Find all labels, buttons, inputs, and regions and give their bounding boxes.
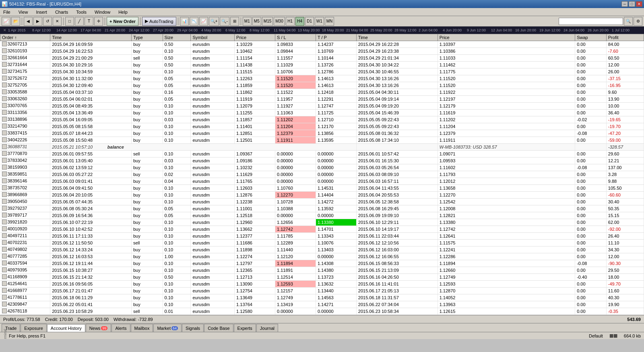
new-order-button[interactable]: + New Order xyxy=(107,17,138,26)
table-row[interactable]: 32752705 2015.04.30 12:09:40 buy 0.05 eu… xyxy=(0,82,644,89)
col-order[interactable]: Order ↑ xyxy=(0,34,50,41)
forward-button[interactable]: ▶ xyxy=(33,17,42,26)
search-button[interactable]: 🔍 xyxy=(624,17,633,26)
back-button[interactable]: ◀ xyxy=(24,17,33,26)
tab-alerts[interactable]: Alerts xyxy=(111,324,130,332)
zoom-in[interactable]: 🔍+ xyxy=(209,17,219,26)
col-tp[interactable]: T / P xyxy=(316,34,356,41)
period-m15[interactable]: M15 xyxy=(262,17,273,26)
menu-item-insert[interactable]: Insert xyxy=(34,9,49,15)
chart-btn1[interactable]: 📊 xyxy=(180,17,189,26)
col-profit[interactable]: Profit xyxy=(606,34,644,41)
table-row[interactable]: 34042226 2015.05.08 15:50:48 buy 0.10 eu… xyxy=(0,137,644,144)
minimize-button[interactable]: ─ xyxy=(621,1,628,7)
tab-experts[interactable]: Experts xyxy=(234,324,256,332)
chart-btn3[interactable]: 📈 xyxy=(199,17,208,26)
table-row[interactable]: 33113356 2015.05.04 13:36:49 buy 0.10 eu… xyxy=(0,110,644,116)
table-row[interactable]: 41168909 2015.06.15 21:14:32 buy 0.50 eu… xyxy=(0,274,644,281)
tab-journal[interactable]: Journal xyxy=(256,324,278,332)
table-row[interactable]: 38966869 2015.06.04 20:10:05 buy 0.10 eu… xyxy=(0,192,644,199)
table-row[interactable]: 41254641 2015.06.16 09:56:05 buy 0.10 eu… xyxy=(0,281,644,288)
table-row[interactable]: 33053588 2015.05.04 03:37:10 buy 0.16 eu… xyxy=(0,89,644,96)
close-icon[interactable]: ✕ xyxy=(3,28,6,32)
table-row[interactable]: 33214790 2015.05.05 08:15:58 buy 0.10 eu… xyxy=(0,123,644,130)
close-button[interactable]: ✕ xyxy=(636,1,642,7)
col-time[interactable]: Time xyxy=(50,34,132,41)
table-row[interactable]: 39789717 2015.06.09 16:54:36 buy 0.05 eu… xyxy=(0,212,644,219)
tab-news[interactable]: News99 xyxy=(86,324,111,332)
col-size[interactable]: Size xyxy=(163,34,191,41)
table-row[interactable]: 40337594 2015.06.12 19:11:44 buy 0.10 eu… xyxy=(0,260,644,267)
table-row[interactable]: 40749802 2015.06.12 14:33:24 buy 0.10 eu… xyxy=(0,246,644,253)
refresh-button[interactable]: ↺ xyxy=(43,17,52,26)
chart-btn2[interactable]: 📉 xyxy=(190,17,198,26)
menu-item-tools[interactable]: Tools xyxy=(74,9,88,15)
table-row[interactable]: 38159903 2015.06.02 13:59:12 buy 0.10 eu… xyxy=(0,164,644,171)
period-m1[interactable]: M1 xyxy=(243,17,252,26)
new-chart-button[interactable]: 📈 xyxy=(2,17,10,26)
line-button[interactable]: ╱ xyxy=(75,17,84,26)
period-d1[interactable]: D1 xyxy=(305,17,314,26)
table-row[interactable]: 32610193 2015.04.29 16:22:53 buy 0.10 eu… xyxy=(0,48,644,55)
col-symbol[interactable]: Symbol xyxy=(191,34,235,41)
table-row[interactable]: 37833042 2015.06.01 13:05:40 buy 0.03 eu… xyxy=(0,157,644,164)
table-row[interactable]: 38359851 2015.06.03 05:27:22 buy 0.02 eu… xyxy=(0,171,644,178)
table-row[interactable]: 40702231 2015.06.12 11:50:50 sell 0.10 e… xyxy=(0,240,644,246)
table-row[interactable]: 40010920 2015.06.10 10:42:52 buy 0.10 eu… xyxy=(0,226,644,233)
stop-button[interactable]: ✕ xyxy=(53,17,62,26)
table-row[interactable]: 39050450 2015.06.05 07:44:35 buy 0.10 eu… xyxy=(0,199,644,205)
search-input[interactable] xyxy=(559,18,623,25)
period-h1[interactable]: H1 xyxy=(286,17,295,26)
tab-code-base[interactable]: Code Base xyxy=(204,324,233,332)
table-row[interactable]: 41778611 2015.06.18 06:11:29 buy 0.10 eu… xyxy=(0,294,644,301)
grid-btn[interactable]: ⊞ xyxy=(230,17,239,26)
tab-market[interactable]: Market64 xyxy=(153,324,182,332)
settings-button[interactable]: ⚙ xyxy=(634,17,642,26)
menu-item-view[interactable]: View xyxy=(17,9,30,15)
table-row[interactable]: 33138896 2015.05.04 16:09:05 buy 0.03 eu… xyxy=(0,116,644,123)
col-type[interactable]: Type xyxy=(132,34,163,41)
period-mn[interactable]: MN xyxy=(325,17,334,26)
table-row[interactable]: 32734175 2015.04.30 10:34:59 buy 0.10 eu… xyxy=(0,68,644,75)
menu-item-window[interactable]: Window xyxy=(93,9,112,15)
table-row[interactable]: 42678118 2015.06.23 10:58:29 sell 0.01 e… xyxy=(0,308,644,315)
table-row[interactable]: 41668977 2015.06.17 21:01:47 buy 0.10 eu… xyxy=(0,288,644,294)
period-w1[interactable]: W1 xyxy=(315,17,324,26)
table-row[interactable]: 32607213 2015.04.29 16:09:59 buy 0.50 eu… xyxy=(0,41,644,48)
menu-item-help[interactable]: Help xyxy=(117,9,129,15)
period-m30[interactable]: M30 xyxy=(274,17,285,26)
tab-signals[interactable]: Signals xyxy=(182,324,204,332)
table-row[interactable]: 33837415 2015.05.07 18:44:23 buy 0.10 eu… xyxy=(0,130,644,137)
table-row[interactable]: 39279237 2015.06.08 05:30:24 buy 0.05 eu… xyxy=(0,205,644,212)
restore-button[interactable]: □ xyxy=(629,1,635,7)
period-m5[interactable]: M5 xyxy=(252,17,261,26)
table-row[interactable]: 32731644 2015.04.30 10:29:16 buy 0.50 eu… xyxy=(0,62,644,68)
table-row[interactable]: 40777285 2015.06.12 16:03:53 buy 1.00 eu… xyxy=(0,253,644,260)
col-price[interactable]: Price xyxy=(235,34,275,41)
table-row[interactable]: 39921820 2015.06.10 07:22:19 buy 0.10 eu… xyxy=(0,219,644,226)
table-row[interactable]: 38396146 2015.06.03 09:01:41 buy 0.04 eu… xyxy=(0,178,644,185)
cursor-button[interactable]: ✛ xyxy=(94,17,103,26)
open-button[interactable]: 📂 xyxy=(11,17,20,26)
table-container[interactable]: Order ↑ Time Type Size Symbol Price S / … xyxy=(0,34,644,315)
col-time2[interactable]: Time xyxy=(356,34,438,41)
table-row[interactable]: 42309847 2015.06.22 05:01:41 buy 0.10 eu… xyxy=(0,301,644,308)
zoom-out[interactable]: 🔍- xyxy=(220,17,229,26)
col-sl[interactable]: S / L xyxy=(275,34,316,41)
table-row[interactable]: 38735702 2015.06.04 09:41:50 buy 0.10 eu… xyxy=(0,185,644,192)
table-row[interactable]: 33063260 2015.05.04 06:02:01 buy 0.05 eu… xyxy=(0,96,644,103)
table-row[interactable]: 32752672 2015.04.30 11:32:00 buy 0.05 eu… xyxy=(0,75,644,82)
autotrading-button[interactable]: ▶ AutoTrading xyxy=(142,17,176,26)
period-h4[interactable]: H4 xyxy=(295,17,304,26)
table-row[interactable]: 37770870 2015.06.01 09:57:55 sell 0.10 e… xyxy=(0,151,644,157)
col-price2[interactable]: Price xyxy=(438,34,575,41)
menu-item-charts[interactable]: Charts xyxy=(54,9,70,15)
table-row[interactable]: 33070765 2015.05.04 08:49:35 buy 0.10 eu… xyxy=(0,103,644,110)
table-row[interactable]: 32661664 2015.04.29 21:00:29 sell 0.50 e… xyxy=(0,55,644,62)
col-swap[interactable]: Swap xyxy=(575,34,607,41)
text-button[interactable]: T xyxy=(85,17,93,26)
rect-button[interactable]: □ xyxy=(65,17,74,26)
table-row[interactable]: 36088731 2015.05.21 10:57:10 balance W-M… xyxy=(0,144,644,151)
tab-account-history[interactable]: Account History xyxy=(47,324,85,332)
table-row[interactable]: 40979395 2015.06.15 10:38:27 buy 0.10 eu… xyxy=(0,267,644,274)
